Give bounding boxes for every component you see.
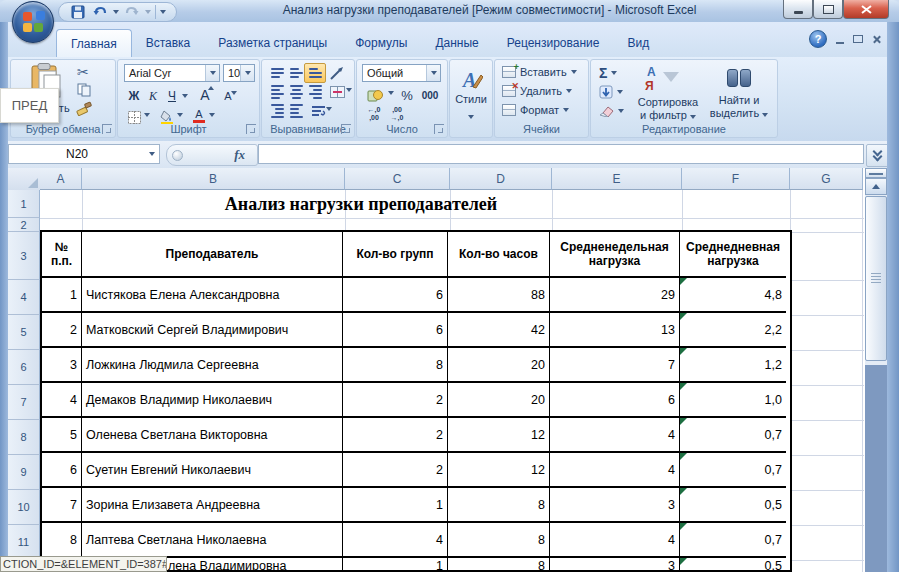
column-header[interactable]: C <box>345 168 450 190</box>
scroll-up-button[interactable] <box>865 178 887 195</box>
cell-teacher-name[interactable]: Зорина Елизавета Андреевна <box>82 488 343 523</box>
cell-hours[interactable]: 42 <box>448 313 550 348</box>
number-format-combo[interactable]: Общий <box>362 64 441 82</box>
column-header[interactable]: B <box>82 168 345 190</box>
cell-weekly-load[interactable]: 4 <box>550 523 680 558</box>
namebox-grip-icon[interactable] <box>172 150 183 161</box>
formula-input[interactable] <box>258 144 864 164</box>
column-header[interactable]: A <box>40 168 82 190</box>
column-header[interactable]: D <box>450 168 552 190</box>
align-right-button[interactable] <box>304 82 326 102</box>
cell-teacher-name[interactable]: Чистякова Елена Александровна <box>82 278 343 313</box>
table-header-cell[interactable]: Кол-во групп <box>343 232 448 278</box>
name-box-dropdown-icon[interactable] <box>145 145 159 163</box>
underline-button[interactable]: Ч <box>161 86 183 106</box>
cell-weekly-load[interactable]: 13 <box>550 313 680 348</box>
fill-button[interactable] <box>599 85 623 99</box>
format-cells-button[interactable]: Формат <box>502 104 569 116</box>
font-name-dropdown-icon[interactable] <box>205 65 219 81</box>
cell-hours[interactable]: 8 <box>448 558 550 570</box>
cell-weekly-load[interactable]: 3 <box>550 558 680 570</box>
customize-qat-icon[interactable] <box>160 10 166 14</box>
cell-groups[interactable]: 6 <box>343 313 448 348</box>
cell-daily-load[interactable]: 0,5 <box>680 558 786 570</box>
comma-style-button[interactable]: 000 <box>416 85 444 105</box>
cell-daily-load[interactable]: 1,2 <box>680 348 786 383</box>
scrollbar-split-handle[interactable] <box>865 168 887 178</box>
cell-groups[interactable]: 4 <box>343 523 448 558</box>
table-header-cell[interactable]: Кол-во часов <box>448 232 550 278</box>
fill-color-dropdown-icon[interactable] <box>177 113 183 117</box>
cell-row-number[interactable]: 2 <box>42 313 82 348</box>
ribbon-tab[interactable]: Рецензирование <box>493 29 614 57</box>
cell-groups[interactable]: 2 <box>343 418 448 453</box>
undo-dropdown-icon[interactable] <box>113 10 119 14</box>
cell-row-number[interactable]: 6 <box>42 453 82 488</box>
cell-groups[interactable]: 6 <box>343 278 448 313</box>
clipboard-dialog-launcher-icon[interactable] <box>102 124 112 134</box>
table-header-cell[interactable]: Среднедневная нагрузка <box>680 232 786 278</box>
underline-dropdown-icon[interactable] <box>182 94 188 98</box>
cell-weekly-load[interactable]: 4 <box>550 453 680 488</box>
redo-icon[interactable] <box>123 4 141 20</box>
workbook-minimize-icon[interactable] <box>836 42 844 44</box>
cell-teacher-name[interactable]: Демаков Владимир Николаевич <box>82 383 343 418</box>
percent-style-button[interactable]: % <box>397 85 417 105</box>
cell-hours[interactable]: 12 <box>448 453 550 488</box>
cell-groups[interactable]: 2 <box>343 453 448 488</box>
delete-cells-button[interactable]: ✕ Удалить <box>502 85 572 97</box>
align-bottom-button[interactable] <box>304 63 326 83</box>
currency-dropdown-icon[interactable] <box>388 91 394 95</box>
name-box[interactable]: N20 <box>8 144 160 164</box>
ribbon-tab[interactable]: Данные <box>421 29 492 57</box>
office-button[interactable] <box>12 1 54 43</box>
merge-dropdown-icon[interactable] <box>346 88 352 92</box>
cell-daily-load[interactable]: 1,0 <box>680 383 786 418</box>
row-header[interactable]: 6 <box>8 350 40 385</box>
restore-button[interactable] <box>813 0 843 19</box>
font-size-dropdown-icon[interactable] <box>240 65 254 81</box>
sort-filter-button[interactable]: А Я Сортировка и фильтр <box>635 62 701 121</box>
column-header[interactable]: F <box>682 168 790 190</box>
cell-weekly-load[interactable]: 7 <box>550 348 680 383</box>
merge-center-button[interactable] <box>326 82 348 102</box>
number-dialog-launcher-icon[interactable] <box>434 124 444 134</box>
cell-row-number[interactable]: 8 <box>42 523 82 558</box>
format-painter-icon[interactable] <box>75 100 93 118</box>
shrink-font-button[interactable]: А <box>217 86 239 106</box>
row-header[interactable]: 11 <box>8 525 40 560</box>
cell-hours[interactable]: 20 <box>448 348 550 383</box>
row-header[interactable]: 4 <box>8 280 40 315</box>
clear-button[interactable] <box>599 105 624 117</box>
cell-hours[interactable]: 20 <box>448 383 550 418</box>
row-header[interactable]: 7 <box>8 385 40 420</box>
cell-groups[interactable]: 8 <box>343 348 448 383</box>
cell-row-number[interactable]: 4 <box>42 383 82 418</box>
cell-groups[interactable]: 1 <box>343 488 448 523</box>
increase-indent-button[interactable] <box>285 101 307 121</box>
undo-icon[interactable] <box>91 4 109 20</box>
copy-icon[interactable] <box>77 83 91 97</box>
ribbon-tab[interactable]: Вид <box>613 29 663 57</box>
row-header[interactable]: 8 <box>8 420 40 455</box>
alignment-dialog-launcher-icon[interactable] <box>341 124 351 134</box>
row-header[interactable]: 9 <box>8 455 40 490</box>
cell-weekly-load[interactable]: 3 <box>550 488 680 523</box>
cell-daily-load[interactable]: 0,5 <box>680 488 786 523</box>
wrap-text-button[interactable] <box>307 101 329 121</box>
insert-cells-button[interactable]: + Вставить <box>502 66 577 78</box>
cell-daily-load[interactable]: 4,8 <box>680 278 786 313</box>
column-header[interactable]: G <box>790 168 863 190</box>
cell-row-number[interactable]: 7 <box>42 488 82 523</box>
cell-hours[interactable]: 12 <box>448 418 550 453</box>
find-select-button[interactable]: Найти и выделить <box>707 62 771 119</box>
cell-groups[interactable]: 2 <box>343 383 448 418</box>
font-size-combo[interactable]: 10 <box>223 64 255 82</box>
font-dialog-launcher-icon[interactable] <box>246 124 256 134</box>
column-header[interactable]: E <box>552 168 682 190</box>
currency-format-button[interactable] <box>362 85 388 105</box>
autosum-button[interactable]: Σ <box>599 65 617 81</box>
row-header[interactable]: 5 <box>8 315 40 350</box>
cell-daily-load[interactable]: 0,7 <box>680 418 786 453</box>
row-header[interactable]: 1 <box>8 190 40 218</box>
